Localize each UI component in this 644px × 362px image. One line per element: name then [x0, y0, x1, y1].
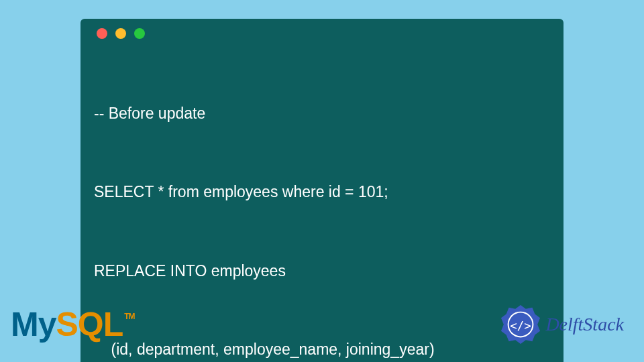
window-traffic-lights [97, 28, 550, 39]
minimize-icon [115, 28, 126, 39]
code-line: -- Before update [94, 101, 550, 127]
maximize-icon [134, 28, 145, 39]
mysql-logo-sql: SQL [56, 305, 123, 344]
delftstack-logo-text: DelftStack [545, 314, 624, 335]
delftstack-logo: </> DelftStack [500, 304, 624, 345]
code-line: REPLACE INTO employees [94, 258, 550, 284]
close-icon [97, 28, 107, 39]
mysql-logo-tm: TM [124, 312, 134, 321]
mysql-logo-my: My [11, 305, 56, 344]
svg-text:</>: </> [511, 319, 531, 333]
mysql-logo: MySQLTM [11, 305, 135, 344]
footer: MySQLTM </> DelftStack [0, 298, 644, 351]
code-line: SELECT * from employees where id = 101; [94, 179, 550, 205]
delftstack-gear-icon: </> [500, 304, 541, 345]
